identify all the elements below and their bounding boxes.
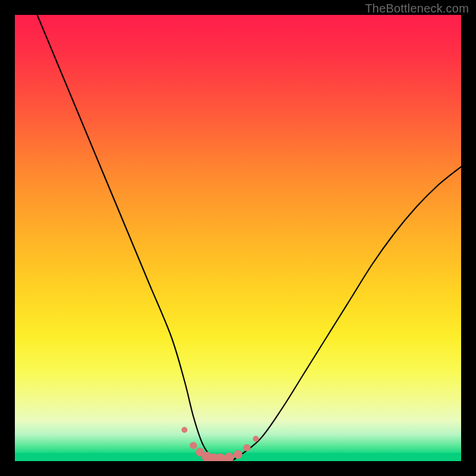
valley-dot <box>224 453 234 461</box>
bottleneck-curve-svg <box>15 15 461 461</box>
chart-area <box>15 15 461 461</box>
valley-dots-group <box>181 427 259 462</box>
valley-dot <box>243 444 250 451</box>
valley-dot <box>234 450 242 459</box>
bottleneck-curve-path <box>37 15 462 461</box>
valley-dot <box>190 442 197 449</box>
attribution-label: TheBottleneck.com <box>365 2 469 15</box>
valley-dot <box>253 436 259 442</box>
stage: TheBottleneck.com <box>0 0 476 476</box>
valley-dot <box>181 427 187 433</box>
